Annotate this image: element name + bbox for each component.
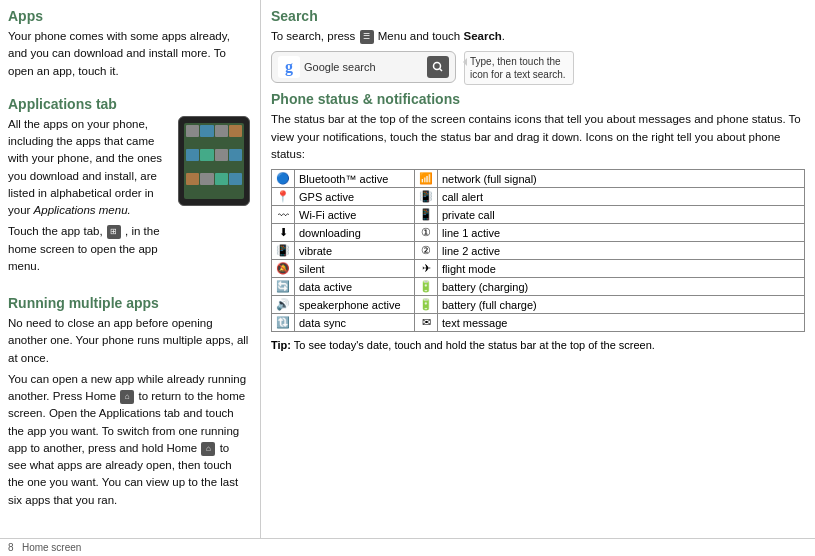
google-icon: g <box>278 56 300 78</box>
status-icon-left: 🔄 <box>272 278 295 296</box>
screen-icon-10 <box>200 173 213 185</box>
table-row: 〰 Wi-Fi active 📱 private call <box>272 206 805 224</box>
search-body: To search, press ☰ Menu and touch Search… <box>271 28 805 45</box>
table-row: 📳 vibrate ② line 2 active <box>272 242 805 260</box>
screen-icon-8 <box>229 149 242 161</box>
table-row: 🔃 data sync ✉ text message <box>272 314 805 332</box>
search-submit-icon[interactable] <box>427 56 449 78</box>
status-icon-right: 📳 <box>415 188 438 206</box>
status-label-left: data sync <box>295 314 415 332</box>
phone-screen <box>184 123 244 199</box>
table-row: 🔕 silent ✈ flight mode <box>272 260 805 278</box>
status-label-right: network (full signal) <box>438 170 805 188</box>
phone-status-body: The status bar at the top of the screen … <box>271 111 805 163</box>
status-icon-right: ✈ <box>415 260 438 278</box>
status-icon-left: 〰 <box>272 206 295 224</box>
status-label-left: silent <box>295 260 415 278</box>
running-heading: Running multiple apps <box>8 295 250 311</box>
apps-heading: Apps <box>8 8 250 24</box>
search-illustration: g Google search Type, then touch the ico… <box>271 51 805 85</box>
status-label-right: battery (full charge) <box>438 296 805 314</box>
status-label-right: private call <box>438 206 805 224</box>
search-box-wrapper: g Google search <box>271 51 456 83</box>
status-label-right: line 1 active <box>438 224 805 242</box>
magnifier-icon <box>432 61 444 73</box>
search-input-value: Google search <box>304 61 423 73</box>
screen-icon-6 <box>200 149 213 161</box>
phone-image <box>178 116 250 206</box>
status-icon-left: 🔃 <box>272 314 295 332</box>
search-heading: Search <box>271 8 805 24</box>
screen-icon-12 <box>229 173 242 185</box>
search-box[interactable]: g Google search <box>271 51 456 83</box>
app-tab-block: All the apps on your phone, including th… <box>8 116 250 279</box>
screen-icon-4 <box>229 125 242 137</box>
status-icon-right: 📱 <box>415 206 438 224</box>
status-label-right: text message <box>438 314 805 332</box>
screen-icon-5 <box>186 149 199 161</box>
status-label-left: data active <box>295 278 415 296</box>
status-icon-right: 🔋 <box>415 278 438 296</box>
app-tab-icon: ⊞ <box>107 225 121 239</box>
status-icon-left: ⬇ <box>272 224 295 242</box>
status-label-right: battery (charging) <box>438 278 805 296</box>
table-row: 🔵 Bluetooth™ active 📶 network (full sign… <box>272 170 805 188</box>
right-column: Search To search, press ☰ Menu and touch… <box>260 0 815 538</box>
apps-body: Your phone comes with some apps already,… <box>8 28 250 80</box>
tip-body: To see today's date, touch and hold the … <box>294 339 655 351</box>
app-tab-body2: Touch the app tab, ⊞ , in the home scree… <box>8 223 172 275</box>
status-icon-right: 📶 <box>415 170 438 188</box>
footer-page-number: 8 <box>8 542 14 553</box>
app-tab-body1: All the apps on your phone, including th… <box>8 116 172 220</box>
table-row: 🔊 speakerphone active 🔋 battery (full ch… <box>272 296 805 314</box>
status-table: 🔵 Bluetooth™ active 📶 network (full sign… <box>271 169 805 332</box>
screen-icon-7 <box>215 149 228 161</box>
home-icon-2: ⌂ <box>201 442 215 456</box>
screen-icon-3 <box>215 125 228 137</box>
status-label-left: Bluetooth™ active <box>295 170 415 188</box>
status-icon-right: ① <box>415 224 438 242</box>
status-label-left: vibrate <box>295 242 415 260</box>
status-icon-left: 🔵 <box>272 170 295 188</box>
running-body1: No need to close an app before opening a… <box>8 315 250 367</box>
app-tab-heading: Applications tab <box>8 96 250 112</box>
status-icon-left: 🔕 <box>272 260 295 278</box>
tip-label: Tip: <box>271 339 291 351</box>
search-callout: Type, then touch the icon for a text sea… <box>464 51 574 85</box>
table-row: ⬇ downloading ① line 1 active <box>272 224 805 242</box>
table-row: 🔄 data active 🔋 battery (charging) <box>272 278 805 296</box>
status-label-left: GPS active <box>295 188 415 206</box>
status-label-left: downloading <box>295 224 415 242</box>
status-icon-left: 📍 <box>272 188 295 206</box>
screen-icon-9 <box>186 173 199 185</box>
svg-line-1 <box>440 69 443 72</box>
app-tab-text: All the apps on your phone, including th… <box>8 116 172 279</box>
status-label-right: flight mode <box>438 260 805 278</box>
running-body2: You can open a new app while already run… <box>8 371 250 509</box>
status-icon-left: 📳 <box>272 242 295 260</box>
footer-bar: 8 Home screen <box>0 538 815 556</box>
svg-point-0 <box>434 63 441 70</box>
screen-icon-11 <box>215 173 228 185</box>
status-icon-right: ② <box>415 242 438 260</box>
status-icon-right: 🔋 <box>415 296 438 314</box>
home-icon-1: ⌂ <box>120 390 134 404</box>
table-row: 📍 GPS active 📳 call alert <box>272 188 805 206</box>
screen-icon-2 <box>200 125 213 137</box>
status-icon-left: 🔊 <box>272 296 295 314</box>
status-label-right: line 2 active <box>438 242 805 260</box>
status-label-right: call alert <box>438 188 805 206</box>
tip-text: Tip: To see today's date, touch and hold… <box>271 338 805 353</box>
footer-section: Home screen <box>22 542 81 553</box>
status-label-left: speakerphone active <box>295 296 415 314</box>
status-icon-right: ✉ <box>415 314 438 332</box>
screen-icon-1 <box>186 125 199 137</box>
menu-icon: ☰ <box>360 30 374 44</box>
left-column: Apps Your phone comes with some apps alr… <box>0 0 260 538</box>
status-label-left: Wi-Fi active <box>295 206 415 224</box>
phone-status-heading: Phone status & notifications <box>271 91 805 107</box>
